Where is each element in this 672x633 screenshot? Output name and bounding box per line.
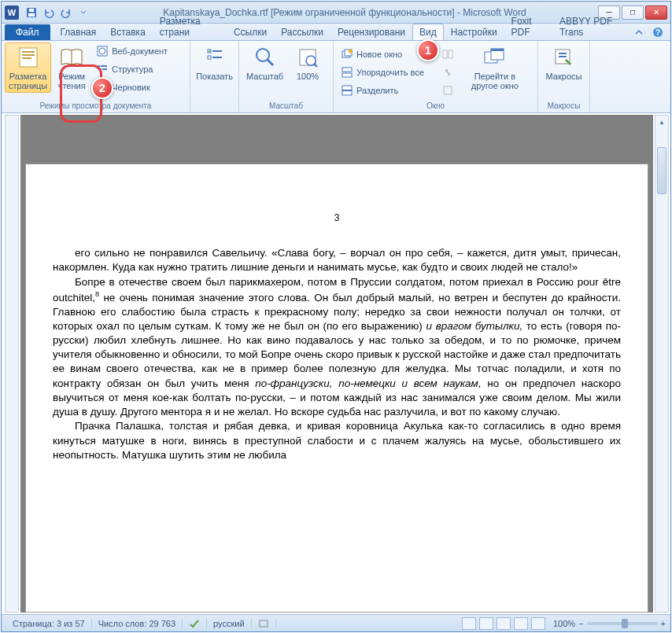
- split-icon: [341, 84, 353, 97]
- macros-label: Макросы: [546, 72, 582, 81]
- reset-position-icon: [441, 84, 454, 97]
- view-draft-button[interactable]: [531, 617, 545, 630]
- svg-rect-35: [443, 50, 447, 58]
- window-group-label: Окно: [337, 101, 534, 111]
- new-window-button[interactable]: Новое окно: [337, 46, 428, 63]
- redo-icon[interactable]: [58, 5, 74, 20]
- save-icon[interactable]: [24, 5, 39, 20]
- reset-position-button[interactable]: [438, 82, 458, 99]
- close-button[interactable]: ✕: [645, 6, 667, 20]
- show-label: Показать: [196, 72, 233, 81]
- side-by-side-button[interactable]: [438, 46, 458, 63]
- zoom-button[interactable]: Масштаб: [242, 42, 287, 83]
- view-reading-button[interactable]: [479, 617, 493, 630]
- web-layout-button[interactable]: Веб-документ: [92, 42, 172, 60]
- new-window-label: Новое окно: [356, 50, 402, 59]
- zoom-100-label: 100%: [297, 72, 319, 81]
- svg-rect-6: [22, 51, 35, 53]
- macros-icon: [551, 45, 576, 70]
- quick-access-toolbar: [24, 5, 91, 20]
- word-icon: W: [5, 6, 19, 20]
- status-spellcheck-icon[interactable]: [183, 619, 207, 628]
- view-print-button[interactable]: [462, 617, 476, 630]
- svg-rect-44: [260, 620, 268, 627]
- vertical-scrollbar[interactable]: ▲: [655, 115, 669, 613]
- page-current: 3 его сильно не понравился Савельичу. «С…: [25, 164, 648, 613]
- status-insert-icon[interactable]: [252, 619, 276, 628]
- svg-rect-15: [102, 68, 107, 70]
- vertical-ruler: [5, 115, 19, 613]
- zoom-out-button[interactable]: −: [578, 619, 583, 628]
- tab-insert[interactable]: Вставка: [103, 24, 153, 40]
- tab-settings[interactable]: Настройки: [444, 24, 504, 40]
- tab-mailings[interactable]: Рассылки: [274, 24, 330, 40]
- tab-references[interactable]: Ссылки: [227, 24, 274, 40]
- svg-rect-37: [444, 86, 452, 94]
- arrange-all-button[interactable]: Упорядочить все: [337, 64, 428, 81]
- zoom-label: Масштаб: [246, 72, 283, 81]
- zoom-icon: [253, 45, 278, 70]
- svg-rect-8: [22, 57, 31, 59]
- outline-label: Структура: [112, 64, 153, 74]
- reading-mode-button[interactable]: Режим чтения: [53, 42, 90, 93]
- document-area[interactable]: 7 Дядька – слуга, приставленный к мальчи…: [20, 115, 653, 613]
- paragraph-3: Прачка Палашка, толстая и рябая девка, и…: [53, 419, 621, 462]
- tab-foxit[interactable]: Foxit PDF: [504, 13, 552, 40]
- switch-windows-label: Перейти в другое окно: [471, 72, 519, 90]
- svg-rect-7: [22, 54, 35, 56]
- switch-windows-button[interactable]: Перейти в другое окно: [467, 42, 522, 93]
- macros-group-label: Макросы: [541, 101, 586, 111]
- svg-rect-12: [98, 65, 100, 67]
- web-layout-icon: [96, 45, 109, 57]
- split-button[interactable]: Разделить: [337, 82, 428, 99]
- view-outline-button[interactable]: [514, 617, 528, 630]
- views-group-label: Режимы просмотра документа: [5, 101, 186, 111]
- scroll-up-icon[interactable]: ▲: [655, 116, 668, 128]
- tab-layout[interactable]: Разметка страни: [153, 13, 227, 40]
- macros-button[interactable]: Макросы: [542, 42, 586, 83]
- svg-rect-14: [99, 68, 102, 70]
- svg-rect-43: [559, 56, 567, 57]
- help-icon[interactable]: ?: [650, 24, 666, 40]
- print-layout-label: Разметка страницы: [9, 72, 47, 90]
- svg-rect-32: [342, 73, 352, 77]
- zoom-100-icon: [295, 45, 320, 70]
- draft-label: Черновик: [112, 83, 150, 92]
- status-words[interactable]: Число слов: 29 763: [92, 619, 183, 628]
- view-web-button[interactable]: [497, 617, 511, 630]
- zoom-100-button[interactable]: 100%: [289, 42, 327, 83]
- minimize-ribbon-icon[interactable]: [631, 24, 647, 40]
- print-layout-icon: [16, 45, 41, 70]
- zoom-percent[interactable]: 100%: [553, 619, 575, 628]
- print-layout-button[interactable]: Разметка страницы: [5, 42, 51, 93]
- qat-dropdown-icon[interactable]: [76, 5, 91, 20]
- zoom-group-label: Масштаб: [242, 101, 330, 111]
- web-layout-label: Веб-документ: [112, 46, 168, 56]
- page-previous-bottom: 7 Дядька – слуга, приставленный к мальчи…: [25, 115, 648, 151]
- status-page[interactable]: Страница: 3 из 57: [6, 619, 92, 628]
- outline-icon: [96, 63, 109, 75]
- marker-2: 2: [91, 77, 113, 99]
- arrange-icon: [341, 66, 353, 79]
- tab-review[interactable]: Рецензировани: [330, 24, 412, 40]
- sync-scroll-button[interactable]: [438, 64, 458, 81]
- undo-icon[interactable]: [41, 5, 57, 20]
- zoom-in-button[interactable]: +: [661, 619, 666, 628]
- tab-home[interactable]: Главная: [54, 24, 104, 40]
- scrollbar-thumb[interactable]: [657, 147, 666, 194]
- svg-line-27: [314, 64, 317, 67]
- status-language[interactable]: русский: [207, 619, 251, 628]
- svg-rect-31: [342, 68, 352, 72]
- svg-rect-1: [28, 13, 35, 17]
- zoom-slider[interactable]: [587, 622, 658, 625]
- svg-text:?: ?: [655, 28, 660, 37]
- side-by-side-icon: [441, 48, 454, 61]
- show-button[interactable]: Показать: [194, 42, 235, 83]
- file-tab[interactable]: Файл: [5, 24, 50, 40]
- outline-button[interactable]: Структура: [92, 61, 172, 78]
- marker-1: 1: [417, 39, 439, 61]
- tab-view[interactable]: Вид: [412, 24, 444, 40]
- tab-abbyy[interactable]: ABBYY PDF Trans: [552, 13, 631, 40]
- svg-rect-42: [559, 53, 567, 54]
- footnote-text: – слуга, приставленный к мальчику в двор…: [91, 123, 342, 134]
